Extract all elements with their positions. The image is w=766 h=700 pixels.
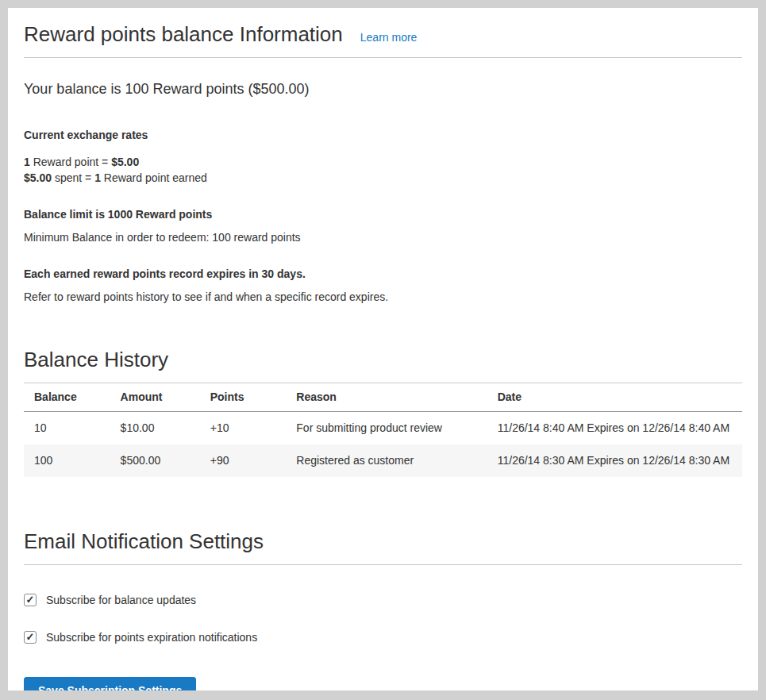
save-subscription-button[interactable]: Save Subscription Settings bbox=[24, 677, 196, 690]
balance-history-table: Balance Amount Points Reason Date 10 $10… bbox=[24, 383, 742, 477]
balance-summary: Your balance is 100 Reward points ($500.… bbox=[24, 81, 742, 98]
rate2-text-1: spent = bbox=[52, 171, 94, 184]
learn-more-link[interactable]: Learn more bbox=[360, 31, 418, 44]
balance-limit-text: Balance limit is 1000 Reward points bbox=[24, 206, 742, 222]
cell-date: 11/26/14 8:40 AM Expires on 12/26/14 8:4… bbox=[487, 412, 742, 445]
cell-balance: 100 bbox=[24, 444, 110, 477]
email-settings-divider bbox=[24, 564, 742, 565]
rate2-text-2: Reward point earned bbox=[101, 171, 207, 184]
subscribe-balance-row: ✓ Subscribe for balance updates bbox=[24, 594, 742, 606]
column-header-date: Date bbox=[487, 383, 742, 412]
balance-history-title: Balance History bbox=[24, 348, 742, 372]
exchange-rate-line-1: 1 Reward point = $5.00 bbox=[24, 154, 742, 170]
column-header-amount: Amount bbox=[110, 383, 200, 412]
subscribe-expiration-row: ✓ Subscribe for points expiration notifi… bbox=[24, 631, 742, 644]
cell-amount: $500.00 bbox=[110, 444, 200, 477]
table-row: 100 $500.00 +90 Registered as customer 1… bbox=[24, 444, 742, 477]
expiration-note-text: Refer to reward points history to see if… bbox=[24, 289, 742, 305]
cell-date: 11/26/14 8:30 AM Expires on 12/26/14 8:3… bbox=[487, 444, 742, 477]
email-settings-title: Email Notification Settings bbox=[24, 529, 742, 554]
table-row: 10 $10.00 +10 For submitting product rev… bbox=[24, 412, 742, 445]
cell-amount: $10.00 bbox=[110, 412, 200, 445]
column-header-points: Points bbox=[200, 383, 287, 412]
rate1-value: $5.00 bbox=[111, 156, 139, 168]
cell-reason: Registered as customer bbox=[286, 444, 487, 477]
exchange-rates-heading: Current exchange rates bbox=[24, 127, 742, 143]
page-title: Reward points balance Information bbox=[24, 22, 343, 47]
cell-points: +90 bbox=[200, 444, 287, 477]
cell-balance: 10 bbox=[24, 412, 110, 445]
page-background: { "header": { "title": "Reward points ba… bbox=[0, 0, 766, 700]
expiration-bold-text: Each earned reward points record expires… bbox=[24, 266, 742, 282]
subscribe-balance-label[interactable]: Subscribe for balance updates bbox=[46, 594, 196, 606]
page-header: Reward points balance Information Learn … bbox=[24, 21, 742, 47]
checkmark-icon: ✓ bbox=[26, 632, 35, 642]
rate2-points: 1 bbox=[94, 171, 101, 184]
subscribe-expiration-label[interactable]: Subscribe for points expiration notifica… bbox=[46, 631, 257, 644]
minimum-balance-text: Minimum Balance in order to redeem: 100 … bbox=[24, 229, 742, 245]
cell-points: +10 bbox=[200, 412, 287, 445]
subscribe-balance-checkbox[interactable]: ✓ bbox=[24, 594, 37, 606]
table-header: Balance Amount Points Reason Date bbox=[24, 383, 742, 412]
header-divider bbox=[24, 57, 742, 58]
exchange-rate-line-2: $5.00 spent = 1 Reward point earned bbox=[24, 170, 742, 186]
rate2-value: $5.00 bbox=[24, 171, 52, 184]
column-header-reason: Reason bbox=[286, 383, 487, 412]
checkmark-icon: ✓ bbox=[26, 594, 35, 605]
cell-reason: For submitting product review bbox=[286, 412, 487, 445]
column-header-balance: Balance bbox=[24, 383, 110, 412]
subscribe-expiration-checkbox[interactable]: ✓ bbox=[24, 631, 37, 644]
rate1-points: 1 bbox=[24, 156, 30, 168]
rate1-text: Reward point = bbox=[30, 156, 111, 168]
reward-points-panel: Reward points balance Information Learn … bbox=[8, 8, 758, 690]
